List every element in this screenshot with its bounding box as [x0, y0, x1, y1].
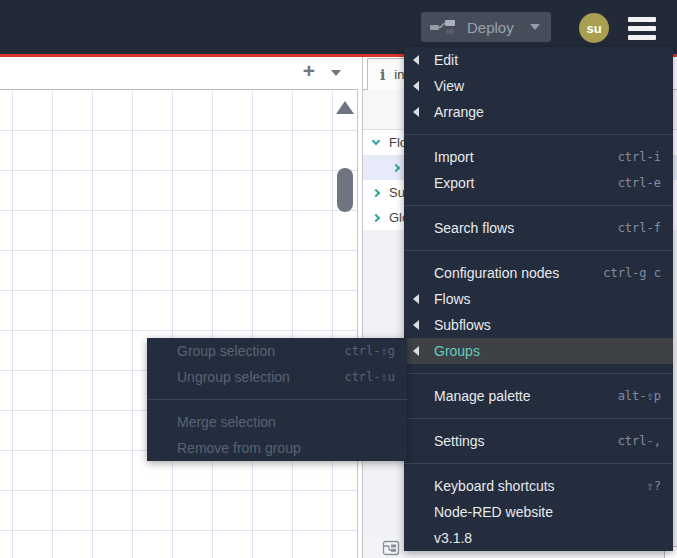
menu-item-flows[interactable]: Flows	[404, 286, 673, 312]
menu-item-settings[interactable]: Settings ctrl-,	[404, 428, 673, 454]
main-menu-button[interactable]	[628, 17, 656, 41]
menu-item-label: Ungroup selection	[177, 369, 290, 385]
user-avatar[interactable]: su	[579, 13, 609, 43]
menu-item-label: Edit	[434, 52, 458, 68]
menu-item-manage-palette[interactable]: Manage palette alt-⇧p	[404, 383, 673, 409]
menu-item-shortcut: ctrl-e	[618, 170, 661, 196]
menu-item-shortcut: ctrl-⇧g	[344, 338, 395, 364]
groups-submenu: Group selection ctrl-⇧g Ungroup selectio…	[147, 338, 407, 461]
menu-item-shortcut: ctrl-g c	[603, 260, 661, 286]
node-red-editor: Deploy su + i info Flows	[0, 0, 677, 558]
menu-item-label: Manage palette	[434, 388, 531, 404]
menu-separator	[147, 399, 407, 400]
menu-item-configuration-nodes[interactable]: Configuration nodes ctrl-g c	[404, 260, 673, 286]
submenu-left-arrow-icon	[413, 55, 419, 65]
flow-canvas[interactable]	[0, 91, 358, 558]
deploy-label: Deploy	[467, 19, 514, 36]
menu-item-label: Import	[434, 149, 474, 165]
menu-item-label: Merge selection	[177, 414, 276, 430]
menu-item-label: Configuration nodes	[434, 265, 559, 281]
header-bar: Deploy su	[0, 0, 677, 54]
menu-item-version[interactable]: v3.1.8	[404, 525, 673, 551]
menu-item-shortcut: ctrl-⇧u	[344, 364, 395, 390]
add-flow-button[interactable]: +	[297, 59, 321, 87]
menu-item-label: Groups	[434, 343, 480, 359]
menu-item-keyboard-shortcuts[interactable]: Keyboard shortcuts ⇧?	[404, 473, 673, 499]
main-menu: Edit View Arrange Import ctrl-i Export c…	[404, 47, 673, 551]
menu-item-label: Export	[434, 175, 474, 191]
outline-toggle-icon[interactable]	[382, 539, 400, 557]
menu-separator	[404, 250, 673, 251]
submenu-left-arrow-icon	[413, 81, 419, 91]
menu-item-label: v3.1.8	[434, 530, 472, 546]
menu-item-edit[interactable]: Edit	[404, 47, 673, 73]
menu-item-arrange[interactable]: Arrange	[404, 99, 673, 125]
chevron-right-icon[interactable]	[372, 188, 380, 196]
menu-item-label: Search flows	[434, 220, 514, 236]
menu-item-export[interactable]: Export ctrl-e	[404, 170, 673, 196]
submenu-item-ungroup-selection: Ungroup selection ctrl-⇧u	[147, 364, 407, 390]
menu-item-nodered-website[interactable]: Node-RED website	[404, 499, 673, 525]
chevron-right-icon[interactable]	[372, 213, 380, 221]
menu-item-shortcut: ⇧?	[647, 473, 661, 499]
hamburger-icon	[628, 17, 656, 22]
menu-item-view[interactable]: View	[404, 73, 673, 99]
menu-item-label: Keyboard shortcuts	[434, 478, 555, 494]
menu-item-groups[interactable]: Groups	[404, 338, 673, 364]
submenu-item-group-selection: Group selection ctrl-⇧g	[147, 338, 407, 364]
deploy-options-chevron-icon[interactable]	[530, 24, 540, 30]
menu-item-label: Arrange	[434, 104, 484, 120]
menu-item-subflows[interactable]: Subflows	[404, 312, 673, 338]
menu-item-shortcut: ctrl-f	[618, 215, 661, 241]
menu-item-label: Group selection	[177, 343, 275, 359]
menu-item-label: Subflows	[434, 317, 491, 333]
submenu-left-arrow-icon	[413, 107, 419, 117]
chevron-down-icon[interactable]	[372, 137, 380, 145]
menu-separator	[404, 134, 673, 135]
menu-item-label: View	[434, 78, 464, 94]
menu-separator	[404, 418, 673, 419]
flow-list-chevron-icon[interactable]	[331, 70, 341, 76]
menu-separator	[404, 463, 673, 464]
chevron-right-icon[interactable]	[392, 163, 400, 171]
canvas-scrollbar-thumb[interactable]	[337, 168, 353, 212]
menu-item-shortcut: ctrl-i	[618, 144, 661, 170]
menu-item-label: Settings	[434, 433, 485, 449]
submenu-left-arrow-icon	[413, 320, 419, 330]
menu-item-label: Node-RED website	[434, 504, 553, 520]
submenu-left-arrow-icon	[413, 294, 419, 304]
canvas-scroll-up-button[interactable]	[336, 101, 354, 114]
menu-item-search-flows[interactable]: Search flows ctrl-f	[404, 215, 673, 241]
submenu-item-merge-selection: Merge selection	[147, 409, 407, 435]
hamburger-icon	[628, 35, 656, 40]
submenu-item-remove-from-group: Remove from group	[147, 435, 407, 461]
menu-item-import[interactable]: Import ctrl-i	[404, 144, 673, 170]
menu-item-shortcut: alt-⇧p	[618, 383, 661, 409]
menu-item-label: Remove from group	[177, 440, 301, 456]
workspace-tabbar: +	[0, 57, 358, 90]
hamburger-icon	[628, 26, 656, 31]
info-icon: i	[380, 67, 385, 83]
menu-item-label: Flows	[434, 291, 471, 307]
submenu-left-arrow-icon	[413, 346, 419, 356]
menu-item-shortcut: ctrl-,	[618, 428, 661, 454]
menu-separator	[404, 205, 673, 206]
deploy-node-icon	[430, 19, 456, 36]
menu-separator	[404, 373, 673, 374]
deploy-button[interactable]: Deploy	[421, 12, 551, 42]
